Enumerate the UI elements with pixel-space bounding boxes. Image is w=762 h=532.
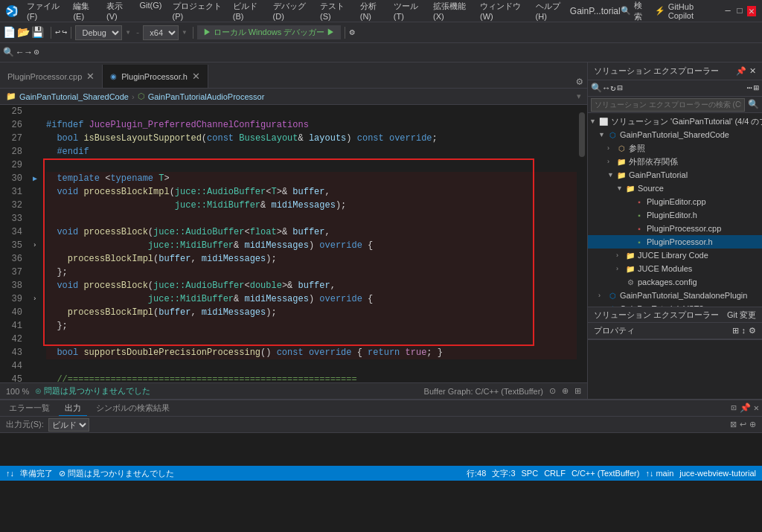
properties-buttons: ⊞ ↕ ⚙ [732, 326, 757, 336]
tree-plugin-proc-cpp[interactable]: ▪ PluginProcessor.cpp [588, 222, 762, 235]
tree-references[interactable]: › ⬡ 参照 [588, 141, 762, 155]
tab-close-icon[interactable]: ✕ [86, 71, 95, 82]
bottom-tab-symbols[interactable]: シンボルの検索結果 [90, 401, 176, 415]
tree-juce-modules[interactable]: › 📁 JUCE Modules [588, 262, 762, 275]
se-pin-icon[interactable]: 📌 [736, 66, 746, 76]
se-tab-left[interactable]: ソリューション エクスプローラー [594, 310, 719, 321]
scrollbar[interactable] [577, 105, 587, 382]
buffer-graph-icon3[interactable]: ⊞ [574, 386, 581, 396]
tree-packages[interactable]: ⚙ packages.config [588, 275, 762, 289]
zoom-level[interactable]: 100 % [6, 387, 29, 396]
tree-solution-root[interactable]: ▼ ⬜ ソリューション 'GainPanTutorial' (4/4 のプロジェ… [588, 115, 762, 128]
menu-tools[interactable]: ツール(T) [389, 0, 427, 22]
output-clear-icon[interactable]: ⊠ [730, 420, 737, 429]
bottom-float-icon[interactable]: ⊡ [731, 403, 737, 414]
menu-test[interactable]: テスト(S) [316, 0, 354, 22]
properties-gear-icon[interactable]: ⚙ [749, 326, 756, 336]
l31-void: void [57, 185, 83, 199]
tree-juce-lib[interactable]: › 📁 JUCE Library Code [588, 249, 762, 262]
minimize-button[interactable]: ─ [723, 6, 732, 16]
toolbar-save-icon[interactable]: 💾 [31, 26, 44, 39]
issues-indicator[interactable]: ⊙ 問題は見つかりませんでした [35, 385, 150, 397]
bottom-tab-output[interactable]: 出力 [59, 401, 87, 416]
bottom-close-icon[interactable]: ✕ [754, 403, 759, 414]
status-language[interactable]: C/C++ (TextBuffer) [572, 469, 640, 478]
menu-analyze[interactable]: 分析(N) [356, 0, 388, 22]
menu-file[interactable]: ファイル(F) [22, 0, 67, 22]
properties-sort-icon[interactable]: ↕ [742, 326, 746, 336]
se-tb-collapse[interactable]: ⊟ [617, 83, 622, 94]
toolbar2-nav-back[interactable]: ← [17, 48, 22, 58]
tree-standalone[interactable]: › ⬡ GainPanTutorial_StandalonePlugin [588, 289, 762, 302]
se-search-input[interactable] [591, 98, 745, 112]
output-filter-icon[interactable]: ⊕ [749, 420, 756, 429]
tree-plugin-editor-cpp[interactable]: ▪ PluginEditor.cpp [588, 195, 762, 208]
properties-grid-icon[interactable]: ⊞ [732, 326, 739, 336]
code-content[interactable]: #ifndef JucePlugin_PreferredChannelConfi… [43, 105, 577, 382]
se-search-btn[interactable]: 🔍 [748, 99, 759, 110]
se-title: ソリューション エクスプローラー [594, 65, 719, 77]
toolbar2-nav-fwd[interactable]: → [25, 48, 31, 58]
status-ready[interactable]: 準備完了 [20, 468, 53, 479]
menu-project[interactable]: プロジェクト(P) [168, 0, 227, 22]
se-tb-refresh[interactable]: ↻ [610, 83, 615, 94]
platform-select[interactable]: x64 [143, 25, 179, 40]
buffer-graph-icon1[interactable]: ⊙ [549, 386, 556, 396]
close-button[interactable]: ✕ [747, 6, 756, 16]
menu-help[interactable]: ヘルプ(H) [531, 0, 570, 22]
status-git-branch[interactable]: ↑↓ main [645, 469, 673, 478]
tree-source[interactable]: ▼ 📁 Source [588, 182, 762, 195]
l43-brace1: { [357, 346, 368, 359]
tab-plugin-processor-h[interactable]: ◉ PluginProcessor.h ✕ [103, 65, 208, 88]
menu-extensions[interactable]: 拡張機能(X) [429, 0, 474, 22]
status-git-repo[interactable]: juce-webview-tutorial [679, 469, 756, 478]
run-debugger-button[interactable]: ▶ ローカル Windows デバッガー ▶ [197, 25, 342, 39]
toolbar-attach-icon[interactable]: ⚙ [349, 27, 354, 38]
toolbar2-search-icon[interactable]: 🔍 [3, 47, 14, 58]
se-tab-right[interactable]: Git 変更 [727, 310, 756, 321]
tab-plugin-processor-cpp[interactable]: PluginProcessor.cpp ✕ [0, 65, 103, 88]
menu-debug[interactable]: デバッグ(D) [269, 0, 314, 22]
tab-close-icon[interactable]: ✕ [192, 71, 200, 82]
tree-plugin-proc-h[interactable]: ▪ PluginProcessor.h [588, 235, 762, 249]
output-wrap-icon[interactable]: ↩ [740, 420, 746, 429]
se-tb-search[interactable]: 🔍 [591, 83, 602, 94]
status-spaces[interactable]: SPC [522, 469, 539, 478]
properties-panel [588, 339, 762, 399]
tree-external-deps[interactable]: › 📁 外部依存関係 [588, 155, 762, 168]
path-file[interactable]: GainPanTutorialAudioProcessor [148, 92, 265, 101]
status-col[interactable]: 文字:3 [492, 468, 515, 479]
bottom-tab-errors[interactable]: エラー一覧 [3, 401, 56, 415]
se-close-icon[interactable]: ✕ [749, 66, 756, 76]
se-tb-dots[interactable]: ⋯ [747, 83, 752, 94]
toolbar-new-icon[interactable]: 📄 [3, 26, 16, 39]
menu-build[interactable]: ビルド(B) [228, 0, 267, 22]
tree-plugin-editor-h[interactable]: ▪ PluginEditor.h [588, 208, 762, 222]
se-tb-sync[interactable]: ↔ [603, 83, 609, 94]
bottom-pin-icon[interactable]: 📌 [740, 403, 751, 414]
status-line[interactable]: 行:48 [467, 468, 486, 479]
tree-gainpan[interactable]: ▼ 📁 GainPanTutorial [588, 168, 762, 182]
tree-shared-code[interactable]: ▼ ⬡ GainPanTutorial_SharedCode [588, 128, 762, 141]
path-expand-icon[interactable]: ▾ [577, 92, 581, 101]
l35-brace: { [368, 239, 373, 252]
menu-window[interactable]: ウィンドウ(W) [476, 0, 530, 22]
se-tb-expand2[interactable]: ⊞ [754, 83, 759, 94]
toolbar-undo-icon[interactable]: ↩ [55, 27, 60, 38]
toolbar-redo-icon[interactable]: ↪ [62, 27, 67, 38]
maximize-button[interactable]: □ [735, 6, 744, 16]
toolbar-open-icon[interactable]: 📂 [17, 26, 30, 39]
buffer-graph-icon2[interactable]: ⊕ [562, 386, 569, 396]
scroll-thumb[interactable] [579, 112, 585, 157]
toolbar2-nav-icon[interactable]: ⊙ [33, 47, 39, 58]
status-git-icon[interactable]: ↑↓ [6, 469, 14, 478]
status-issues[interactable]: ⊘ 問題は見つかりませんでした [59, 468, 174, 479]
status-encoding[interactable]: CRLF [544, 469, 566, 478]
menu-git[interactable]: Git(G) [135, 0, 167, 22]
debug-config-select[interactable]: Debug [75, 25, 122, 40]
output-source-select[interactable]: ビルド [48, 418, 89, 432]
menu-view[interactable]: 表示(V) [102, 0, 134, 22]
tabs-settings-icon[interactable]: ⚙ [572, 75, 587, 88]
menu-edit[interactable]: 編集(E) [68, 0, 100, 22]
path-root[interactable]: GainPanTutorial_SharedCode [19, 92, 129, 101]
